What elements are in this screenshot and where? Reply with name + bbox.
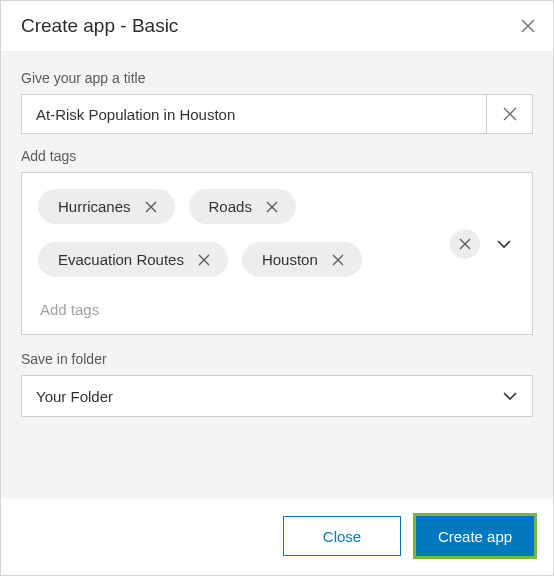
tags-label: Add tags [21, 148, 533, 164]
close-icon [332, 254, 344, 266]
dialog-footer: Close Create app [1, 499, 553, 575]
tags-input[interactable] [38, 295, 516, 322]
tags-controls [450, 229, 516, 259]
tag-chip: Hurricanes [38, 189, 175, 224]
tags-row: Evacuation Routes Houston [38, 242, 516, 277]
dialog-title: Create app - Basic [21, 15, 178, 37]
tag-remove-button[interactable] [143, 199, 159, 215]
tag-chip: Evacuation Routes [38, 242, 228, 277]
dialog-close-button[interactable] [519, 17, 537, 35]
tags-row: Hurricanes Roads [38, 189, 516, 224]
close-icon [198, 254, 210, 266]
tag-label: Houston [262, 251, 318, 268]
tags-expand-button[interactable] [492, 232, 516, 256]
create-app-dialog: Create app - Basic Give your app a title… [0, 0, 554, 576]
tags-clear-all-button[interactable] [450, 229, 480, 259]
tags-rows: Hurricanes Roads Evacuation Rou [38, 189, 516, 277]
title-field-row [21, 94, 533, 134]
close-icon [459, 238, 471, 250]
folder-select-value: Your Folder [36, 388, 113, 405]
tag-remove-button[interactable] [196, 252, 212, 268]
folder-select[interactable]: Your Folder [21, 375, 533, 417]
title-label: Give your app a title [21, 70, 533, 86]
close-icon [266, 201, 278, 213]
close-icon [503, 107, 517, 121]
tag-chip: Roads [189, 189, 296, 224]
tag-label: Roads [209, 198, 252, 215]
create-app-button[interactable]: Create app [416, 516, 534, 556]
chevron-down-icon [496, 236, 512, 252]
close-icon [521, 19, 535, 33]
dialog-body: Give your app a title Add tags Hurricane… [1, 52, 553, 499]
create-app-highlight: Create app [413, 513, 537, 559]
tag-remove-button[interactable] [330, 252, 346, 268]
tag-label: Hurricanes [58, 198, 131, 215]
tag-chip: Houston [242, 242, 362, 277]
close-button[interactable]: Close [283, 516, 401, 556]
folder-label: Save in folder [21, 351, 533, 367]
tag-label: Evacuation Routes [58, 251, 184, 268]
title-clear-button[interactable] [487, 94, 533, 134]
tags-box: Hurricanes Roads Evacuation Rou [21, 172, 533, 335]
close-icon [145, 201, 157, 213]
title-input[interactable] [21, 94, 487, 134]
tag-remove-button[interactable] [264, 199, 280, 215]
dialog-header: Create app - Basic [1, 1, 553, 52]
chevron-down-icon [502, 388, 518, 404]
